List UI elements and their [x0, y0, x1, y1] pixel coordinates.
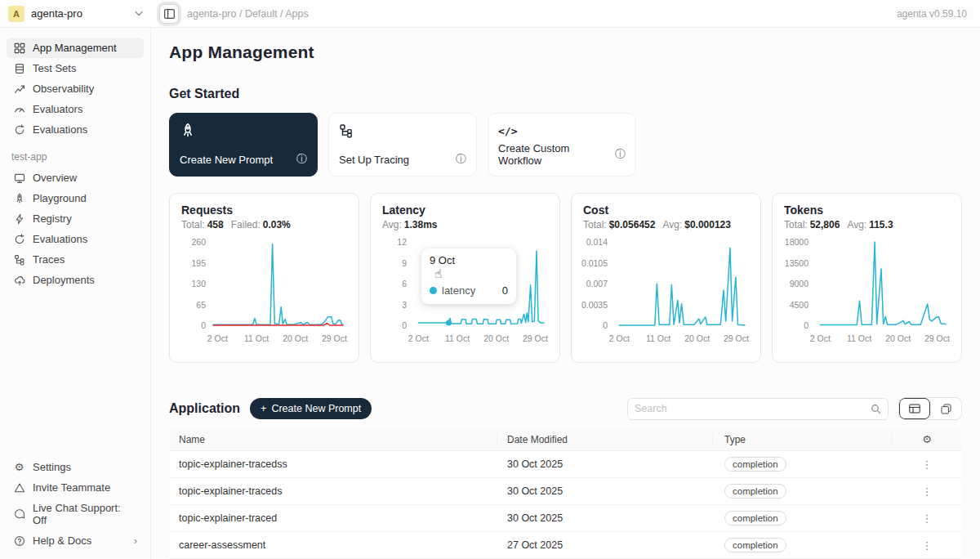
tooltip-series: latency: [442, 284, 475, 297]
sidebar-item-overview[interactable]: Overview: [7, 168, 144, 188]
sidebar-item-label: Deployments: [33, 274, 95, 286]
app-type-badge: completion: [724, 457, 786, 472]
sidebar-item-evaluators[interactable]: Evaluators: [7, 99, 144, 119]
tooltip-value: 0: [502, 284, 508, 297]
info-icon[interactable]: ⓘ: [296, 152, 307, 167]
column-header-date-modified[interactable]: Date Modified: [497, 434, 713, 445]
metrics-charts: Requests Total:458Failed:0.03% 260195130…: [169, 193, 962, 363]
app-type-badge: completion: [724, 538, 786, 552]
gear-icon: ⚙: [13, 461, 25, 473]
get-started-cards: Create New Prompt ⓘ Set Up Tracing ⓘ </>…: [169, 113, 962, 177]
row-menu-button[interactable]: ⋮: [922, 485, 933, 498]
chart-title: Tokens: [784, 203, 950, 217]
table-row[interactable]: topic-explainer-traceds 30 Oct 2025 comp…: [169, 478, 962, 505]
chart-stats: Total:$0.056452Avg:$0.000123: [583, 219, 749, 230]
sidebar-item-label: Test Sets: [33, 62, 76, 74]
workspace-name: agenta-pro: [31, 7, 128, 20]
latency-chart-card: Latency Avg:1.38ms 9 Oct ☝ latency 0 129…: [370, 193, 560, 363]
app-name: topic-explainer-traced: [169, 512, 497, 524]
sidebar-item-label: Evaluations: [33, 233, 87, 245]
chart-tooltip: 9 Oct ☝ latency 0: [421, 248, 516, 304]
main-content: App Management Get Started Create New Pr…: [151, 28, 980, 559]
chart-title: Cost: [583, 203, 749, 217]
sidebar-item-label: Overview: [33, 172, 77, 184]
sidebar-item-label: Registry: [33, 212, 72, 225]
app-table-body: topic-explainer-tracedss 30 Oct 2025 com…: [169, 451, 962, 559]
test-sets-icon: [13, 62, 25, 74]
chat-bubble-icon: [13, 508, 25, 521]
info-icon[interactable]: ⓘ: [456, 152, 466, 167]
row-menu-button[interactable]: ⋮: [922, 512, 933, 525]
sidebar-item-label: Playground: [33, 192, 87, 204]
sidebar-item-label: Help & Docs: [33, 534, 91, 547]
sidebar-item-label: Evaluators: [33, 103, 82, 115]
monitor-icon: [13, 172, 25, 184]
sidebar-item-settings[interactable]: ⚙ Settings: [7, 457, 144, 477]
sidebar-item-observability[interactable]: Observability: [7, 78, 144, 99]
card-view-button[interactable]: [930, 398, 961, 419]
sidebar-item-traces[interactable]: Traces: [7, 249, 144, 270]
breadcrumb[interactable]: agenta-pro / Default / Apps: [187, 8, 309, 20]
sidebar-item-playground[interactable]: Playground: [7, 188, 144, 208]
cursor-hand-icon: ☝: [434, 266, 442, 281]
search-box: [627, 398, 889, 420]
app-type-badge: completion: [724, 484, 786, 499]
sidebar-toggle-button[interactable]: [159, 4, 179, 24]
tokens-chart: 18000135009000450002 Oct11 Oct20 Oct29 O…: [784, 237, 950, 347]
table-row[interactable]: topic-explainer-traced 30 Oct 2025 compl…: [169, 505, 962, 532]
sidebar-item-evaluations-app[interactable]: Evaluations: [7, 229, 144, 249]
table-row[interactable]: topic-explainer-tracedss 30 Oct 2025 com…: [169, 451, 962, 478]
application-heading: Application: [169, 401, 240, 416]
workspace-selector[interactable]: A agenta-pro: [0, 6, 151, 22]
sidebar-item-label: Invite Teammate: [33, 481, 110, 494]
sidebar-item-invite-teammate[interactable]: Invite Teammate: [7, 477, 144, 498]
sidebar-item-deployments[interactable]: Deployments: [7, 270, 144, 290]
app-name: topic-explainer-tracedss: [169, 458, 497, 470]
card-view-icon: [941, 404, 951, 414]
column-header-type[interactable]: Type: [713, 434, 892, 445]
sidebar: App Management Test Sets Observability E…: [0, 28, 151, 559]
create-new-prompt-button[interactable]: + Create New Prompt: [250, 398, 372, 419]
plus-icon: +: [261, 403, 266, 414]
workspace-avatar: A: [8, 6, 24, 22]
column-header-name[interactable]: Name: [169, 434, 497, 445]
page-title: App Management: [169, 42, 962, 62]
sidebar-item-help-docs[interactable]: Help & Docs ›: [7, 530, 144, 551]
sidebar-item-label: Settings: [33, 461, 71, 473]
table-header: Name Date Modified Type ⚙: [169, 428, 962, 451]
search-icon[interactable]: [871, 404, 881, 414]
app-date: 30 Oct 2025: [497, 458, 713, 470]
row-menu-button[interactable]: ⋮: [922, 458, 933, 471]
table-view-button[interactable]: [899, 398, 930, 419]
tracing-icon: [339, 123, 466, 139]
tokens-chart-card: Tokens Total:52,806Avg:115.3 18000135009…: [772, 193, 962, 363]
sidebar-item-registry[interactable]: Registry: [7, 208, 144, 229]
grid-icon: [13, 42, 25, 54]
search-input[interactable]: [635, 403, 871, 414]
create-custom-workflow-card[interactable]: </> Create Custom Workflow ⓘ: [488, 113, 636, 177]
sidebar-item-live-chat[interactable]: Live Chat Support: Off: [7, 498, 144, 530]
set-up-tracing-card[interactable]: Set Up Tracing ⓘ: [328, 113, 477, 177]
application-header: Application + Create New Prompt: [169, 397, 962, 420]
create-new-prompt-card[interactable]: Create New Prompt ⓘ: [169, 113, 318, 177]
chevron-right-icon: ›: [134, 534, 137, 547]
info-icon[interactable]: ⓘ: [615, 147, 626, 162]
sidebar-item-test-sets[interactable]: Test Sets: [7, 58, 144, 78]
card-label: Set Up Tracing: [339, 154, 456, 166]
code-icon: </>: [498, 123, 626, 139]
table-settings-gear-icon[interactable]: ⚙: [922, 433, 932, 445]
app-version: agenta v0.59.10: [897, 8, 967, 20]
sidebar-item-evaluations[interactable]: Evaluations: [7, 119, 144, 140]
app-date: 27 Oct 2025: [497, 539, 713, 551]
sidebar-item-app-management[interactable]: App Management: [7, 38, 144, 58]
card-label: Create New Prompt: [180, 154, 296, 166]
get-started-heading: Get Started: [169, 87, 962, 101]
chart-stats: Total:458Failed:0.03%: [181, 219, 347, 230]
table-row[interactable]: career-assessment 27 Oct 2025 completion…: [169, 532, 962, 559]
rocket-icon: [13, 192, 25, 204]
sidebar-item-label: App Management: [33, 42, 117, 54]
chart-stats: Avg:1.38ms: [382, 219, 548, 230]
cost-chart-card: Cost Total:$0.056452Avg:$0.000123 0.0140…: [571, 193, 761, 363]
application-table: Name Date Modified Type ⚙ topic-explaine…: [169, 428, 962, 559]
row-menu-button[interactable]: ⋮: [922, 539, 933, 552]
